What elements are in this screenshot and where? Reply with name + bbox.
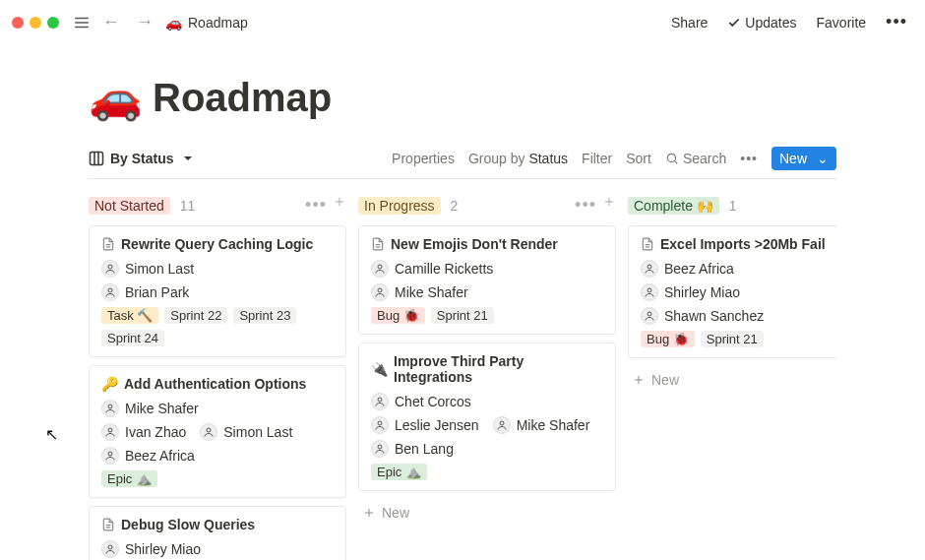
status-pill[interactable]: Complete 🙌 xyxy=(628,197,719,215)
avatar xyxy=(371,260,389,278)
card-emoji-icon: 🔑 xyxy=(101,376,118,392)
group-by-button[interactable]: Group by Status xyxy=(468,151,568,166)
column-add-button[interactable] xyxy=(602,195,616,216)
person-name: Brian Park xyxy=(125,284,189,300)
svg-point-37 xyxy=(648,265,651,269)
back-button[interactable]: ← xyxy=(98,12,124,32)
svg-point-6 xyxy=(667,154,675,161)
tag[interactable]: Sprint 21 xyxy=(431,307,494,324)
svg-point-14 xyxy=(108,404,112,408)
svg-rect-3 xyxy=(91,153,103,165)
column-more-button[interactable]: ••• xyxy=(575,195,596,216)
status-pill[interactable]: Not Started xyxy=(89,197,170,215)
tag-row: Epic ⛰️ xyxy=(371,464,603,480)
view-picker[interactable]: By Status xyxy=(89,151,196,166)
tag[interactable]: Sprint 22 xyxy=(164,307,227,324)
avatar xyxy=(641,283,658,301)
svg-point-38 xyxy=(648,288,651,292)
people-row: Camille Ricketts xyxy=(371,260,603,278)
page-title[interactable]: Roadmap xyxy=(153,76,332,120)
view-more-button[interactable]: ••• xyxy=(740,151,758,166)
people-row: Ivan ZhaoSimon Last xyxy=(101,423,334,441)
minimize-window-button[interactable] xyxy=(30,17,41,29)
card[interactable]: 🔌Improve Third Party IntegrationsChet Co… xyxy=(358,342,616,491)
avatar xyxy=(641,260,658,278)
filter-button[interactable]: Filter xyxy=(582,151,612,166)
tag[interactable]: Epic ⛰️ xyxy=(101,470,157,487)
person-name: Camille Ricketts xyxy=(395,261,493,277)
column-header: Complete 🙌1••• xyxy=(628,193,836,225)
new-button[interactable]: New ⌄ xyxy=(771,147,836,170)
person-name: Chet Corcos xyxy=(395,394,471,409)
breadcrumb[interactable]: 🚗 Roadmap xyxy=(165,15,248,31)
card-title: 🔑Add Authentication Options xyxy=(101,376,334,392)
maximize-window-button[interactable] xyxy=(47,17,59,29)
avatar xyxy=(101,260,119,278)
document-icon xyxy=(371,237,385,251)
svg-point-26 xyxy=(378,288,382,292)
card[interactable]: 🔑Add Authentication OptionsMike ShaferIv… xyxy=(89,365,346,498)
column-add-button[interactable] xyxy=(333,195,346,216)
card[interactable]: Excel Imports >20Mb FailBeez AfricaShirl… xyxy=(628,225,836,358)
avatar xyxy=(371,440,389,458)
person-name: Leslie Jensen xyxy=(395,417,479,433)
new-card-button[interactable]: New xyxy=(628,366,836,394)
more-menu-button[interactable]: ••• xyxy=(880,8,913,36)
column-header: Not Started11••• xyxy=(89,193,346,225)
status-pill[interactable]: In Progress xyxy=(358,197,441,215)
avatar xyxy=(641,307,658,325)
page-title-row: 🚗 Roadmap xyxy=(89,72,836,123)
tag[interactable]: Sprint 24 xyxy=(101,330,164,346)
sort-button[interactable]: Sort xyxy=(626,151,651,166)
tag[interactable]: Sprint 21 xyxy=(701,331,764,347)
updates-button[interactable]: Updates xyxy=(721,11,802,34)
column-more-button[interactable]: ••• xyxy=(305,195,327,216)
tag-row: Epic ⛰️ xyxy=(101,470,334,487)
tag-row: Bug 🐞Sprint 21 xyxy=(371,307,603,324)
person-name: Mike Shafer xyxy=(517,417,590,433)
svg-point-20 xyxy=(108,545,112,549)
tag[interactable]: Task 🔨 xyxy=(101,307,158,324)
card[interactable]: Rewrite Query Caching LogicSimon LastBri… xyxy=(89,225,346,357)
avatar xyxy=(101,540,119,558)
people-row: Ben Lang xyxy=(371,440,603,458)
tag[interactable]: Bug 🐞 xyxy=(641,331,695,347)
svg-point-39 xyxy=(648,312,651,316)
people-row: Mike Shafer xyxy=(101,400,334,417)
breadcrumb-title: Roadmap xyxy=(188,15,248,31)
document-icon xyxy=(101,237,115,251)
tag-row: Bug 🐞Sprint 21 xyxy=(641,331,836,347)
avatar xyxy=(101,283,119,301)
card[interactable]: New Emojis Don't RenderCamille RickettsM… xyxy=(358,225,616,335)
person-name: Shirley Miao xyxy=(125,541,201,557)
person-name: Ivan Zhao xyxy=(125,424,186,440)
svg-point-16 xyxy=(207,428,211,432)
people-row: Shirley MiaoShawn Sanchez xyxy=(641,283,836,325)
svg-point-12 xyxy=(108,265,112,269)
card[interactable]: Debug Slow QueriesShirley Miao xyxy=(89,506,346,560)
search-button[interactable]: Search xyxy=(665,151,726,166)
document-icon xyxy=(101,518,115,531)
menu-icon[interactable] xyxy=(73,14,91,31)
chevron-down-icon: ⌄ xyxy=(817,151,829,166)
people-row: Leslie JensenMike Shafer xyxy=(371,416,603,434)
properties-button[interactable]: Properties xyxy=(392,151,455,166)
close-window-button[interactable] xyxy=(12,17,24,29)
tag[interactable]: Sprint 23 xyxy=(233,307,296,324)
svg-line-7 xyxy=(675,161,678,164)
favorite-button[interactable]: Favorite xyxy=(811,11,873,34)
forward-button[interactable]: → xyxy=(132,12,157,32)
svg-point-30 xyxy=(378,445,382,449)
person-name: Simon Last xyxy=(125,261,194,277)
tag[interactable]: Epic ⛰️ xyxy=(371,464,427,480)
page-icon[interactable]: 🚗 xyxy=(89,72,143,123)
person-name: Beez Africa xyxy=(125,448,195,464)
person-name: Ben Lang xyxy=(395,441,454,457)
new-card-button[interactable]: New xyxy=(358,499,616,527)
view-label: By Status xyxy=(110,151,174,166)
avatar xyxy=(200,423,217,441)
tag[interactable]: Bug 🐞 xyxy=(371,307,425,324)
svg-point-27 xyxy=(378,398,382,402)
avatar xyxy=(101,400,119,417)
share-button[interactable]: Share xyxy=(665,11,713,34)
